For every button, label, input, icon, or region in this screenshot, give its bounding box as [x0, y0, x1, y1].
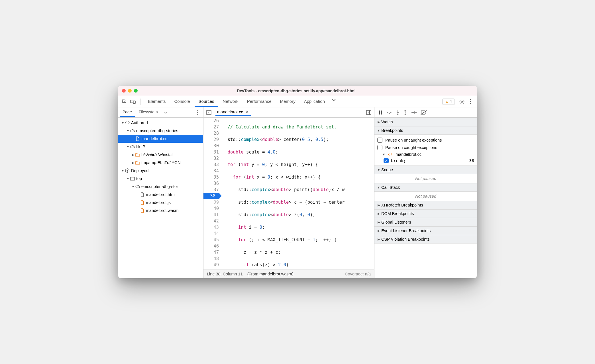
tree-file-scheme[interactable]: ▼file:// [118, 143, 203, 151]
tab-application[interactable]: Application [300, 97, 329, 107]
nav-tab-page[interactable]: Page [120, 108, 135, 117]
pause-uncaught-row[interactable]: Pause on uncaught exceptions [377, 136, 474, 144]
tree-cloud-2[interactable]: ▼emscripten-dbg-stor [118, 183, 203, 191]
traffic-lights [122, 89, 138, 93]
tree-authored[interactable]: ▼Authored [118, 119, 203, 127]
step-icon[interactable] [411, 111, 417, 114]
tree-file-mandelbrot-cc[interactable]: mandelbrot.cc [118, 135, 203, 143]
section-global[interactable]: ▶Global Listeners [374, 218, 477, 226]
step-out-icon[interactable] [404, 110, 407, 115]
file-tab-mandelbrot-cc[interactable]: mandelbrot.cc ✕ [215, 109, 251, 116]
tree-top[interactable]: ▼top [118, 175, 203, 183]
svg-rect-15 [379, 111, 380, 114]
tree-file-html[interactable]: mandelbrot.html [118, 191, 203, 199]
window-title: DevTools - emscripten-dbg-stories.netlif… [142, 89, 473, 93]
scope-not-paused: Not paused [374, 174, 477, 183]
warnings-badge[interactable]: ▲ 1 [442, 99, 455, 105]
section-breakpoints[interactable]: ▼Breakpoints [374, 126, 477, 135]
devtools-window: DevTools - emscripten-dbg-stories.netlif… [118, 86, 477, 278]
navigator-tabs: Page Filesystem [118, 107, 203, 118]
kebab-menu-icon[interactable] [467, 98, 474, 105]
section-dom[interactable]: ▶DOM Breakpoints [374, 209, 477, 218]
close-tab-icon[interactable]: ✕ [245, 110, 249, 114]
tab-sources[interactable]: Sources [195, 97, 218, 107]
tab-memory[interactable]: Memory [276, 97, 299, 107]
pause-caught-row[interactable]: Pause on caught exceptions [377, 144, 474, 151]
checkbox-icon[interactable] [377, 145, 382, 150]
tree-folder-2[interactable]: ▶tmp/tmp.ELcTq2YGN [118, 159, 203, 167]
code-content[interactable]: // Calculate and draw the Mandelbrot set… [222, 118, 374, 269]
svg-rect-2 [133, 101, 135, 103]
section-xhr[interactable]: ▶XHR/fetch Breakpoints [374, 201, 477, 209]
minimize-button[interactable] [128, 89, 132, 93]
deactivate-breakpoints-icon[interactable] [421, 110, 427, 115]
file-tree: ▼Authored ▼emscripten-dbg-stories mandel… [118, 118, 203, 278]
svg-point-9 [197, 114, 198, 115]
folder-icon [135, 152, 140, 157]
code-editor[interactable]: 2627282930313233343536373839404142434445… [203, 118, 374, 269]
inspect-element-icon[interactable] [121, 98, 128, 105]
folder-icon [135, 160, 140, 165]
source-map-link[interactable]: mandelbrot.wasm [259, 272, 292, 276]
section-csp[interactable]: ▶CSP Violation Breakpoints [374, 235, 477, 244]
editor-statusbar: Line 38, Column 11 (From mandelbrot.wasm… [203, 269, 374, 278]
debugger-controls [374, 107, 477, 118]
tab-network[interactable]: Network [219, 97, 243, 107]
tree-file-wasm[interactable]: mandelbrot.wasm [118, 206, 203, 214]
main-toolbar: Elements Console Sources Network Perform… [118, 96, 477, 107]
hide-navigator-icon[interactable] [205, 109, 213, 116]
tab-elements[interactable]: Elements [144, 97, 170, 107]
section-scope[interactable]: ▼Scope [374, 165, 477, 174]
checkbox-checked-icon[interactable]: ✓ [384, 158, 389, 163]
close-button[interactable] [122, 89, 126, 93]
section-watch[interactable]: ▶Watch [374, 118, 477, 126]
file-icon [135, 136, 140, 141]
tab-performance[interactable]: Performance [243, 97, 276, 107]
debugger-panel: ▶Watch ▼Breakpoints Pause on uncaught ex… [374, 107, 477, 278]
more-tabs-icon[interactable] [329, 97, 338, 107]
svg-rect-16 [381, 111, 382, 114]
section-callstack[interactable]: ▼Call Stack [374, 183, 477, 192]
file-icon [140, 192, 145, 197]
cursor-position: Line 38, Column 11 [207, 272, 243, 276]
svg-point-4 [470, 99, 471, 100]
maximize-button[interactable] [134, 89, 138, 93]
code-icon [125, 120, 130, 125]
tree-folder-1[interactable]: ▶b/s/w/ir/x/w/install [118, 151, 203, 159]
tab-console[interactable]: Console [170, 97, 194, 107]
cloud-icon [130, 144, 135, 149]
tree-deployed[interactable]: ▼Deployed [118, 167, 203, 175]
svg-point-17 [389, 113, 390, 114]
svg-point-6 [470, 103, 471, 104]
svg-point-5 [470, 101, 471, 102]
cloud-icon [130, 128, 135, 133]
svg-point-23 [416, 112, 417, 113]
box-icon [125, 168, 130, 173]
coverage-label: Coverage: n/a [345, 272, 371, 276]
tree-cloud-1[interactable]: ▼emscripten-dbg-stories [118, 127, 203, 135]
step-into-icon[interactable] [396, 110, 400, 115]
svg-point-3 [461, 101, 463, 102]
step-over-icon[interactable] [386, 111, 392, 114]
device-toggle-icon[interactable] [129, 98, 137, 105]
frame-icon [130, 176, 135, 181]
tree-file-js[interactable]: mandelbrot.js [118, 199, 203, 206]
nav-tab-filesystem[interactable]: Filesystem [136, 108, 161, 117]
hide-debugger-icon[interactable] [365, 109, 372, 116]
section-event[interactable]: ▶Event Listener Breakpoints [374, 226, 477, 235]
checkbox-icon[interactable] [377, 138, 382, 143]
settings-icon[interactable] [458, 98, 466, 105]
navigator-panel: Page Filesystem ▼Authored ▼emscripten-db… [118, 107, 203, 278]
pause-icon[interactable] [378, 110, 382, 115]
gutter[interactable]: 2627282930313233343536373839404142434445… [203, 118, 222, 269]
breakpoints-body: Pause on uncaught exceptions Pause on ca… [374, 135, 477, 165]
panel-tabs: Elements Console Sources Network Perform… [144, 97, 441, 107]
svg-point-21 [405, 114, 406, 114]
breakpoint-entry[interactable]: ✓break;38 [377, 158, 474, 164]
nav-kebab-icon[interactable] [194, 109, 201, 116]
nav-more-icon[interactable] [162, 109, 169, 116]
breakpoint-file[interactable]: ▼mandelbrot.cc [377, 151, 474, 158]
file-icon [140, 200, 145, 205]
svg-point-19 [398, 114, 398, 114]
titlebar: DevTools - emscripten-dbg-stories.netlif… [118, 86, 477, 96]
